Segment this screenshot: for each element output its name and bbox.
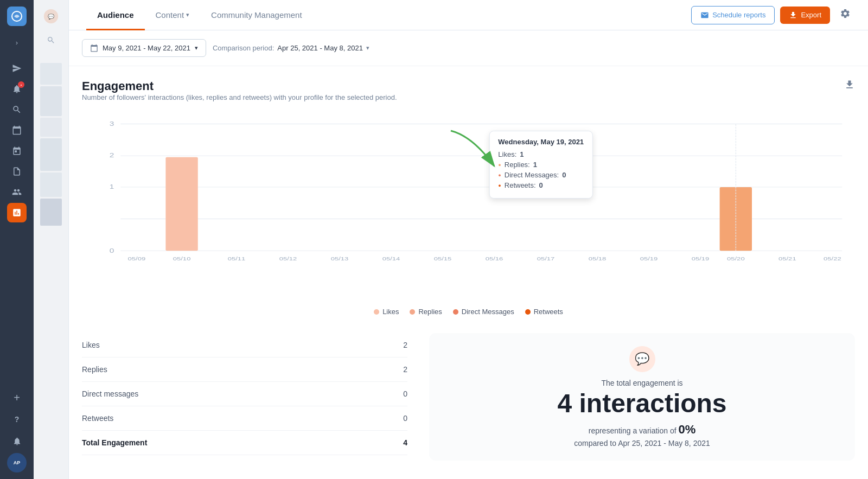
svg-text:05/16: 05/16 [486, 256, 503, 261]
summary-icon: 💬 [629, 346, 655, 372]
side-panel: 💬 [34, 0, 69, 479]
tab-audience[interactable]: Audience [86, 1, 145, 30]
sidebar-item-reports[interactable] [7, 162, 27, 181]
stats-table: Likes 2 Replies 2 Direct messages 0 Retw… [82, 333, 407, 461]
tab-content[interactable]: Content ▾ [145, 1, 201, 30]
sidebar-logo[interactable] [7, 7, 27, 26]
legend-retweets: Retweets [525, 308, 563, 316]
svg-text:05/20: 05/20 [727, 256, 745, 261]
svg-text:05/17: 05/17 [537, 256, 555, 261]
engagement-section: Engagement Number of followers' interact… [69, 66, 868, 333]
comparison-chevron: ▾ [366, 44, 369, 52]
svg-text:2: 2 [110, 152, 114, 159]
svg-rect-12 [165, 157, 197, 251]
legend-replies: Replies [410, 308, 442, 316]
svg-text:💬: 💬 [48, 13, 55, 20]
tooltip-date: Wednesday, May 19, 2021 [498, 138, 584, 146]
svg-text:05/13: 05/13 [331, 256, 349, 261]
engagement-title: Engagement [82, 79, 397, 93]
stats-row-dm: Direct messages 0 [82, 382, 407, 406]
tooltip-likes: Likes: 1 [498, 150, 584, 158]
tooltip-retweets: ● Retweets: 0 [498, 181, 584, 189]
legend-dm-dot [453, 309, 458, 315]
export-button[interactable]: Export [780, 7, 830, 24]
summary-percent: 0% [678, 423, 695, 436]
sidebar-avatar[interactable]: AP [7, 453, 27, 472]
section-title-group: Engagement Number of followers' interact… [82, 79, 397, 112]
svg-text:05/10: 05/10 [173, 256, 191, 261]
date-picker-chevron: ▾ [195, 44, 198, 52]
svg-text:0: 0 [110, 247, 114, 254]
legend-replies-dot [410, 309, 415, 315]
content-dropdown-icon: ▾ [186, 11, 189, 18]
svg-text:05/15: 05/15 [434, 256, 452, 261]
sidebar-item-calendar[interactable] [7, 120, 27, 140]
panel-profile-bars [40, 63, 62, 226]
content-area: May 9, 2021 - May 22, 2021 ▾ Comparison … [69, 30, 868, 479]
stats-row-total: Total Engagement 4 [82, 431, 407, 455]
svg-text:3: 3 [110, 120, 114, 127]
stats-row-retweets: Retweets 0 [82, 406, 407, 431]
summary-comparison: compared to Apr 25, 2021 - May 8, 2021 [574, 439, 710, 448]
tooltip-replies: ● Replies: 1 [498, 161, 584, 169]
stats-row-replies: Replies 2 [82, 357, 407, 382]
tooltip-dm: ● Direct Messages: 0 [498, 171, 584, 179]
stats-section: Likes 2 Replies 2 Direct messages 0 Retw… [69, 333, 868, 474]
download-icon[interactable] [844, 79, 855, 93]
svg-text:05/19: 05/19 [640, 256, 658, 261]
comparison-period: Comparison period: Apr 25, 2021 - May 8,… [213, 44, 369, 52]
nav-tabs: Audience Content ▾ Community Management [86, 0, 313, 30]
notification-badge: • [18, 81, 24, 88]
svg-text:05/11: 05/11 [228, 256, 246, 261]
svg-text:05/09: 05/09 [128, 256, 146, 261]
panel-profile-icon[interactable]: 💬 [41, 7, 61, 26]
legend-likes-dot [374, 309, 379, 315]
sidebar-expand-btn[interactable]: › [7, 33, 27, 52]
schedule-reports-button[interactable]: Schedule reports [691, 6, 775, 24]
summary-variation: representing a variation of 0% [589, 423, 696, 437]
sidebar-item-users[interactable] [7, 182, 27, 202]
tab-community[interactable]: Community Management [200, 1, 313, 30]
filter-bar: May 9, 2021 - May 22, 2021 ▾ Comparison … [69, 30, 868, 66]
sidebar: › • + ? AP [0, 0, 34, 479]
chart-tooltip: Wednesday, May 19, 2021 Likes: 1 ● Repli… [489, 131, 593, 199]
svg-text:05/19: 05/19 [692, 256, 710, 261]
legend-likes: Likes [374, 308, 399, 316]
svg-text:05/18: 05/18 [589, 256, 607, 261]
engagement-description: Number of followers' interactions (likes… [82, 93, 397, 101]
settings-button[interactable] [835, 4, 855, 26]
svg-text:05/14: 05/14 [382, 256, 400, 261]
date-range-picker[interactable]: May 9, 2021 - May 22, 2021 ▾ [82, 39, 206, 57]
sidebar-item-analytics[interactable] [7, 203, 27, 222]
sidebar-item-help[interactable]: ? [7, 410, 27, 429]
sidebar-item-calendar2[interactable] [7, 141, 27, 161]
summary-big-number: 4 interactions [557, 389, 726, 418]
svg-text:1: 1 [110, 183, 114, 190]
topnav-actions: Schedule reports Export [691, 4, 855, 26]
sidebar-item-add[interactable]: + [7, 388, 27, 407]
legend-dm: Direct Messages [453, 308, 514, 316]
main-content: Audience Content ▾ Community Management … [69, 0, 868, 479]
top-navigation: Audience Content ▾ Community Management … [69, 0, 868, 30]
sidebar-item-notifications[interactable]: • [7, 79, 27, 99]
chart-legend: Likes Replies Direct Messages Retweets [82, 303, 855, 324]
legend-retweets-dot [525, 309, 531, 315]
stats-row-likes: Likes 2 [82, 333, 407, 357]
summary-panel: 💬 The total engagement is 4 interactions… [429, 333, 855, 461]
panel-search-icon[interactable] [41, 30, 61, 50]
sidebar-item-compose[interactable] [7, 59, 27, 78]
svg-text:05/21: 05/21 [778, 256, 796, 261]
sidebar-item-bell[interactable] [7, 431, 27, 451]
summary-subtitle: The total engagement is [601, 379, 682, 387]
svg-text:05/22: 05/22 [824, 256, 841, 261]
svg-text:05/12: 05/12 [279, 256, 297, 261]
engagement-chart: 3 2 1 0 05/09 05/10 05/11 05/12 05/13 05… [82, 114, 855, 299]
sidebar-item-search[interactable] [7, 100, 27, 119]
